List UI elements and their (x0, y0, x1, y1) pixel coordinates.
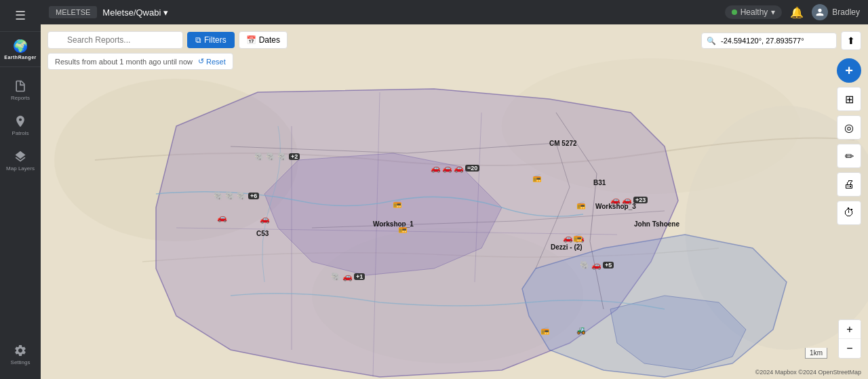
marker-elephants-1: 🐘🐘🐘 +2 (254, 152, 300, 161)
reports-label: Reports (11, 95, 30, 101)
sidebar-bottom: Settings (0, 337, 41, 379)
compass-button[interactable]: ⬆ (841, 31, 861, 50)
scale-bar: 1km (805, 348, 827, 359)
health-label: Healthy (741, 7, 768, 17)
results-text: Results from about 1 month ago until now (55, 58, 193, 66)
marker-vehicles-5: 🐘🚗 +1 (331, 272, 365, 281)
user-name: Bradley (832, 7, 860, 17)
health-chevron: ▾ (771, 7, 775, 17)
search-wrapper: 🔍 (47, 31, 183, 49)
reset-button[interactable]: ↺ Reset (198, 57, 226, 66)
reset-label: Reset (206, 58, 226, 66)
patrols-icon (14, 115, 27, 128)
map-background (41, 24, 868, 379)
main-content: MELETSE Meletse/Qwabi ▾ Healthy ▾ 🔔 Brad… (41, 0, 868, 379)
calendar-icon: 📅 (246, 35, 256, 45)
marker-radio-4: 📻 (393, 199, 402, 208)
marker-elephants-2: 🐘🐘🐘 +6 (214, 191, 259, 201)
health-indicator (732, 9, 737, 15)
sidebar-item-patrols[interactable]: Patrols (0, 108, 41, 143)
draw-icon: ✏ (845, 150, 854, 163)
marker-radio-3: 📻 (573, 233, 583, 242)
site-dropdown[interactable]: Meletse/Qwabi ▾ (102, 7, 168, 18)
avatar (812, 4, 828, 20)
hamburger-icon: ☰ (15, 8, 26, 23)
coords-wrapper: 🔍 (701, 33, 837, 49)
app-logo: 🌍 EarthRanger (0, 32, 41, 67)
marker-mixed-1: 🐘🚗 +5 (580, 260, 614, 270)
sidebar-item-map-layers[interactable]: Map Layers (0, 143, 41, 178)
zoom-in-button[interactable]: + (839, 320, 861, 339)
dates-button[interactable]: 📅 Dates (239, 31, 288, 49)
add-icon: + (845, 63, 853, 79)
layers-button[interactable]: ⊞ (837, 87, 861, 111)
marker-radio-7: 🚜 (576, 326, 586, 335)
sidebar-nav: Reports Patrols Map Layers (0, 67, 41, 337)
location-icon: ◎ (844, 121, 854, 134)
notifications-icon[interactable]: 🔔 (787, 3, 806, 22)
sidebar-menu-toggle[interactable]: ☰ (0, 0, 41, 32)
map-layers-label: Map Layers (6, 165, 35, 172)
filter-icon: ⧉ (195, 35, 201, 45)
coords-bar: 🔍 ⬆ (701, 31, 861, 50)
map[interactable]: 🔍 ⧉ Filters 📅 Dates Results from about 1… (41, 24, 868, 379)
scale-label: 1km (810, 349, 823, 357)
add-button[interactable]: + (837, 58, 861, 83)
marker-radio-6: 📻 (540, 326, 550, 335)
sidebar-item-reports[interactable]: Reports (0, 73, 41, 108)
coordinates-input[interactable] (701, 33, 837, 49)
map-layers-icon (14, 150, 27, 163)
settings-label: Settings (11, 359, 31, 365)
logo-icon: 🌍 (13, 39, 28, 54)
sidebar: ☰ 🌍 EarthRanger Reports Patrols Map Laye… (0, 0, 41, 379)
compass-icon: ⬆ (847, 35, 855, 46)
site-name: Meletse/Qwabi (102, 7, 161, 18)
health-badge[interactable]: Healthy ▾ (725, 5, 783, 19)
print-icon: 🖨 (844, 178, 854, 191)
filters-label: Filters (204, 35, 226, 45)
marker-vehicles-1: 🚗🚗🚗 =20 (431, 163, 479, 173)
location-button[interactable]: ◎ (837, 115, 861, 140)
user-badge[interactable]: Bradley (812, 4, 860, 20)
app-title: EarthRanger (4, 55, 37, 60)
dates-label: Dates (259, 35, 280, 45)
timeline-button[interactable]: ⏱ (837, 201, 861, 225)
layers-icon: ⊞ (845, 93, 854, 106)
reset-icon: ↺ (198, 57, 204, 66)
print-button[interactable]: 🖨 (837, 172, 861, 197)
zoom-controls: + − (838, 319, 861, 359)
marker-radio-2: 📻 (576, 201, 586, 210)
site-label: MELETSE (49, 6, 97, 18)
topbar: MELETSE Meletse/Qwabi ▾ Healthy ▾ 🔔 Brad… (41, 0, 868, 24)
marker-radio-5: 📻 (398, 224, 408, 233)
dropdown-arrow: ▾ (163, 7, 168, 18)
map-right-buttons: + ⊞ ◎ ✏ 🖨 ⏱ (837, 58, 861, 225)
search-row: 🔍 ⧉ Filters 📅 Dates (47, 31, 288, 49)
marker-vehicle-2: 🚗 (217, 213, 227, 222)
marker-radio-1: 📻 (532, 174, 542, 182)
patrols-label: Patrols (12, 130, 29, 136)
settings-icon (14, 344, 27, 357)
map-attribution: ©2024 Mapbox ©2024 OpenStreetMap (755, 369, 861, 376)
map-toolbar: 🔍 ⧉ Filters 📅 Dates Results from about 1… (47, 31, 288, 70)
map-terrain (41, 24, 868, 379)
results-row: Results from about 1 month ago until now… (47, 53, 233, 70)
search-input[interactable] (47, 31, 183, 49)
clock-icon: ⏱ (844, 207, 854, 219)
zoom-out-button[interactable]: − (839, 339, 861, 358)
reports-icon (14, 79, 27, 93)
marker-vehicle-3: 🚗 (260, 214, 270, 224)
draw-button[interactable]: ✏ (837, 144, 861, 168)
filters-button[interactable]: ⧉ Filters (187, 32, 235, 48)
marker-vehicles-3: 🚗🚗 +23 (610, 195, 648, 205)
sidebar-item-settings[interactable]: Settings (0, 337, 41, 372)
